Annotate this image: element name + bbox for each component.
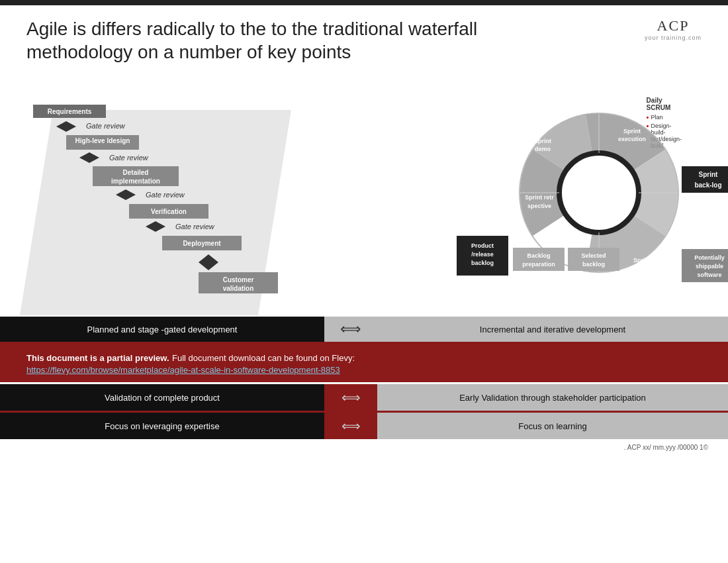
svg-text:Sprint: Sprint: [623, 128, 641, 134]
svg-text:Deployment: Deployment: [183, 240, 221, 247]
svg-text:demo: demo: [535, 146, 551, 152]
svg-text:backlog: backlog: [582, 261, 605, 268]
top-bar: [0, 0, 728, 5]
svg-text:preparation: preparation: [522, 261, 555, 268]
svg-text:spective: spective: [527, 203, 551, 209]
svg-text:High-leve ldesign: High-leve ldesign: [75, 137, 130, 144]
preview-bold-text: This document is a partial preview.: [26, 353, 169, 363]
svg-text:implementation: implementation: [111, 178, 160, 185]
svg-text:Requirements: Requirements: [48, 108, 92, 115]
svg-text:back-log: back-log: [694, 181, 721, 189]
planned-bar: Planned and stage -gated development: [0, 317, 324, 342]
svg-text:Detailed: Detailed: [123, 169, 149, 176]
svg-rect-38: [682, 166, 728, 193]
main-diagram: Requirements Gate review High-leve ldesi…: [0, 77, 728, 342]
comparison-row-2: Focus on leveraging expertise ⟺ Focus on…: [0, 413, 728, 439]
svg-text:validation: validation: [223, 285, 254, 292]
svg-text:/release: /release: [471, 251, 494, 258]
svg-text:Gate review: Gate review: [175, 223, 215, 230]
preview-link[interactable]: https://flevy.com/browse/marketplace/agi…: [26, 365, 340, 375]
svg-text:Backlog: Backlog: [527, 252, 550, 259]
page-title: Agile is differs radically to the to the…: [26, 17, 569, 64]
svg-text:Sprint: Sprint: [633, 257, 651, 264]
comp-left-1: Validation of complete product: [0, 384, 324, 411]
preview-section: This document is a partial preview. Full…: [0, 342, 728, 382]
comp-left-2: Focus on leveraging expertise: [0, 413, 324, 439]
svg-point-33: [559, 153, 639, 232]
comp-arrow-2: ⟺: [324, 413, 377, 439]
waterfall-diagram: Requirements Gate review High-leve ldesi…: [13, 90, 344, 329]
arrow-separator: ⟺: [324, 317, 377, 342]
svg-text:execution: execution: [618, 136, 646, 142]
footer-text: . ACP xx/ mm.yyy /00000 1©: [624, 444, 708, 451]
preview-text: This document is a partial preview. Full…: [26, 352, 702, 376]
svg-text:backlog: backlog: [471, 260, 494, 266]
preview-normal-text: Full document download can be found on F…: [172, 353, 355, 363]
svg-text:Potentially: Potentially: [694, 254, 725, 261]
svg-text:Customer: Customer: [223, 276, 254, 283]
stage-bars: Planned and stage -gated development ⟺ I…: [0, 317, 728, 342]
svg-text:Selected: Selected: [581, 252, 606, 259]
comp-right-1: Early Validation through stakeholder par…: [377, 384, 728, 411]
svg-text:Sprint retr: Sprint retr: [525, 194, 554, 201]
svg-text:Sprint: Sprint: [534, 138, 551, 144]
iterative-bar: Incremental and iterative development: [377, 317, 728, 342]
svg-text:Product: Product: [471, 242, 494, 249]
svg-text:Verification: Verification: [151, 208, 187, 215]
svg-text:Gate review: Gate review: [146, 191, 185, 199]
comp-right-2: Focus on learning: [377, 413, 728, 439]
svg-text:software: software: [697, 272, 721, 278]
svg-text:Gate review: Gate review: [109, 154, 149, 162]
svg-text:Gate review: Gate review: [86, 122, 126, 130]
comparison-rows: Validation of complete product ⟺ Early V…: [0, 384, 728, 439]
logo-sub: your training.com: [645, 34, 702, 41]
comp-arrow-1: ⟺: [324, 384, 377, 411]
svg-text:shippable: shippable: [696, 263, 723, 270]
svg-text:Sprint: Sprint: [699, 171, 719, 178]
header: Agile is differs radically to the to the…: [0, 5, 728, 70]
svg-text:planning: planning: [629, 265, 655, 272]
logo-text: ACP: [645, 17, 702, 34]
comparison-row-1: Validation of complete product ⟺ Early V…: [0, 384, 728, 411]
footer: . ACP xx/ mm.yyy /00000 1©: [0, 441, 728, 454]
logo-area: ACP your training.com: [645, 17, 702, 41]
agile-circle-diagram: Sprint demo Sprint execution Sprint plan…: [457, 90, 728, 295]
